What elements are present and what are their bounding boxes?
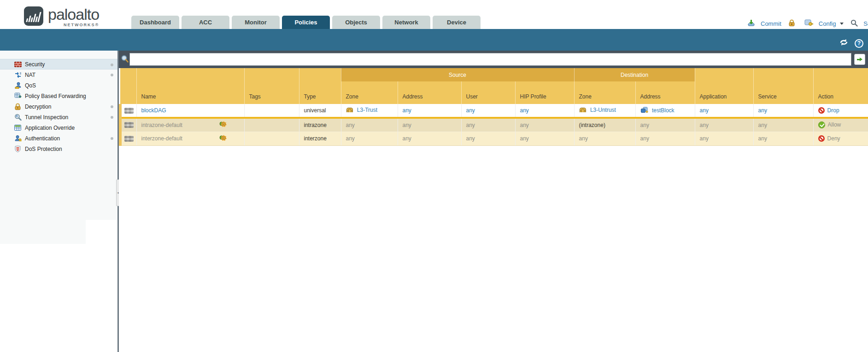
status-dot [111,105,113,108]
col-header-user[interactable]: User [461,81,515,104]
action-link[interactable]: Drop [827,107,839,114]
cell-hip-profile: any [515,132,574,145]
policy-row-interzone-default[interactable]: interzone-default interzone any any any … [120,132,868,145]
sidebar-item-qos[interactable]: QoS [0,80,117,91]
cell-hip-profile: any [515,118,574,132]
redacted-row-number [124,122,134,128]
policy-row-blockdag[interactable]: blockDAG universal L3-Trust any any any … [120,104,868,118]
cell-type: universal [299,104,341,118]
sidebar-item-label: NAT [25,72,35,78]
utility-toolbar: Commit Config Search [747,18,868,29]
commit-button[interactable]: Commit [761,20,781,27]
cell-dst-zone[interactable]: L3-Untrust [574,104,635,118]
action-label: Allow [828,121,841,128]
tab-objects[interactable]: Objects [332,16,380,29]
top-bar: paloalto NETWORKS® Dashboard ACC Monitor… [0,0,868,29]
chevron-down-icon[interactable] [840,23,844,25]
cell-name[interactable]: intrazone-default [136,118,244,132]
sidebar-item-application-override[interactable]: Application Override [0,122,117,133]
config-icon[interactable] [804,19,813,28]
policy-row-intrazone-default[interactable]: intrazone-default intrazone any any any … [120,118,868,132]
sidebar-item-label: Application Override [25,125,75,131]
cell-dst-address: any [635,132,695,145]
policy-filter-input[interactable] [129,53,851,66]
row-number-cell[interactable] [120,132,136,145]
sidebar-item-decryption[interactable]: Decryption [0,101,117,112]
tab-monitor[interactable]: Monitor [232,16,280,29]
cell-user[interactable]: any [461,104,515,118]
cell-application: any [695,132,753,145]
deny-icon [818,135,825,142]
col-header-name[interactable]: Name [136,68,244,104]
dos-protection-icon [14,145,22,153]
sidebar-item-label: Policy Based Forwarding [25,93,86,99]
col-header-application[interactable]: Application [695,68,753,104]
sidebar-item-nat[interactable]: NAT [0,69,117,80]
zone-icon [346,107,353,114]
refresh-icon[interactable] [839,38,849,48]
col-header-dst-zone[interactable]: Zone [574,81,635,104]
policies-sidebar: Security NAT QoS Policy Ba [0,51,117,352]
commit-icon[interactable] [747,19,755,28]
col-header-action[interactable]: Action [813,68,868,104]
gear-icon [219,121,227,129]
policy-based-forwarding-icon [14,92,22,100]
allow-icon [818,121,825,128]
cell-dst-address[interactable]: testBlock [635,104,695,118]
sidebar-notch [86,220,117,244]
sidebar-item-tunnel-inspection[interactable]: Tunnel Inspection [0,112,117,122]
zone-link[interactable]: L3-Untrust [590,107,616,113]
col-header-tags[interactable]: Tags [244,68,299,104]
col-header-type[interactable]: Type [299,68,341,104]
sidebar-item-policy-based-forwarding[interactable]: Policy Based Forwarding [0,91,117,101]
cell-hip-profile[interactable]: any [515,104,574,118]
sidebar-lower-area [0,244,117,352]
cell-user: any [461,132,515,145]
rule-name-link[interactable]: blockDAG [141,107,166,114]
cell-service[interactable]: any [753,104,813,118]
row-number-cell[interactable] [120,118,136,132]
tab-dashboard[interactable]: Dashboard [131,16,179,29]
cell-action[interactable]: Deny [813,132,868,145]
sidebar-item-security[interactable]: Security [0,59,117,69]
cell-src-address[interactable]: any [398,104,461,118]
address-link[interactable]: testBlock [652,107,674,113]
cell-name[interactable]: interzone-default [136,132,244,145]
tab-acc[interactable]: ACC [182,16,229,29]
status-dot [111,74,113,76]
status-dot [111,137,113,140]
search-button[interactable]: Search [863,20,868,27]
col-header-src-zone[interactable]: Zone [341,81,398,104]
zone-link[interactable]: L3-Trust [357,107,377,113]
cell-dst-address: any [635,118,695,132]
help-icon[interactable]: ? [855,39,863,48]
cell-src-zone[interactable]: L3-Trust [341,104,398,118]
cell-name[interactable]: blockDAG [136,104,244,118]
col-header-src-address[interactable]: Address [398,81,461,104]
col-header-service[interactable]: Service [753,68,813,104]
col-header-hip-profile[interactable]: HIP Profile [515,81,574,104]
cell-action[interactable]: Drop [813,104,868,118]
filter-magnifier-icon [121,55,129,65]
config-menu[interactable]: Config [819,20,836,27]
decryption-lock-icon [14,103,22,110]
cell-type: intrazone [299,118,341,132]
search-icon[interactable] [850,19,858,28]
tab-device[interactable]: Device [433,16,481,29]
row-number-cell[interactable] [120,104,136,118]
col-header-rownum[interactable] [120,68,136,104]
lock-icon[interactable] [788,19,795,28]
nat-icon [14,71,22,79]
cell-action[interactable]: Allow [813,118,868,132]
tab-network[interactable]: Network [382,16,430,29]
green-arrow-icon [857,58,862,61]
group-header-destination: Destination [574,68,695,81]
apply-filter-button[interactable] [854,54,865,65]
col-header-dst-address[interactable]: Address [635,81,695,104]
sidebar-item-label: Security [25,61,45,68]
sidebar-item-dos-protection[interactable]: DoS Protection [0,144,117,154]
context-bar: ? [0,29,868,51]
sidebar-item-authentication[interactable]: Authentication [0,133,117,144]
cell-application[interactable]: any [695,104,753,118]
tab-policies[interactable]: Policies [282,16,330,29]
